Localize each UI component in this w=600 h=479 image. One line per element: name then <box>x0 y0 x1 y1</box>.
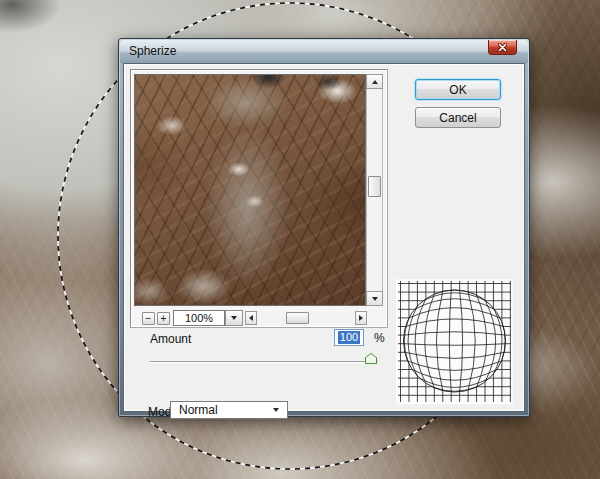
scroll-down-button[interactable] <box>366 291 383 306</box>
scroll-left-button[interactable] <box>245 311 257 325</box>
amount-slider-handle[interactable] <box>365 353 377 364</box>
mode-selected-value: Normal <box>171 403 273 417</box>
zoom-out-button[interactable]: − <box>142 312 155 325</box>
scroll-right-button[interactable] <box>355 311 367 325</box>
dialog-content: − + 100% OK Cancel Amount 100 % <box>123 63 525 412</box>
zoom-level-field[interactable]: 100% <box>173 310 225 326</box>
spherize-dialog: Spherize − + 10 <box>118 38 530 417</box>
preview-vertical-scrollbar[interactable] <box>366 74 383 306</box>
amount-label: Amount <box>150 332 191 346</box>
spherize-grid-illustration <box>396 279 513 404</box>
preview-panel: − + 100% <box>130 69 388 328</box>
spherize-wireframe-preview <box>396 279 513 404</box>
close-button[interactable] <box>488 40 517 55</box>
horizontal-scroll-thumb[interactable] <box>286 312 309 324</box>
ok-button[interactable]: OK <box>415 79 501 100</box>
dialog-titlebar[interactable]: Spherize <box>120 40 528 63</box>
chevron-down-icon <box>273 408 279 412</box>
preview-horizontal-scrollbar[interactable] <box>245 311 367 325</box>
cancel-button[interactable]: Cancel <box>415 107 501 128</box>
arrow-right-icon <box>359 315 363 321</box>
amount-input[interactable]: 100 <box>334 329 364 346</box>
close-icon <box>498 43 507 52</box>
vertical-scroll-thumb[interactable] <box>368 176 381 197</box>
mode-combobox[interactable]: Normal <box>170 401 288 419</box>
zoom-dropdown-button[interactable] <box>225 310 243 326</box>
amount-slider-track[interactable] <box>150 361 378 363</box>
arrow-up-icon <box>372 80 378 84</box>
scroll-up-button[interactable] <box>366 74 383 89</box>
amount-value-selected: 100 <box>338 331 360 344</box>
dialog-title: Spherize <box>129 40 176 62</box>
amount-unit-label: % <box>374 331 385 345</box>
zoom-in-button[interactable]: + <box>157 312 170 325</box>
photoshop-canvas: Spherize − + 10 <box>0 0 600 479</box>
arrow-left-icon <box>249 315 253 321</box>
chevron-down-icon <box>231 316 237 320</box>
arrow-down-icon <box>372 297 378 301</box>
preview-terrain-image[interactable] <box>134 74 366 306</box>
